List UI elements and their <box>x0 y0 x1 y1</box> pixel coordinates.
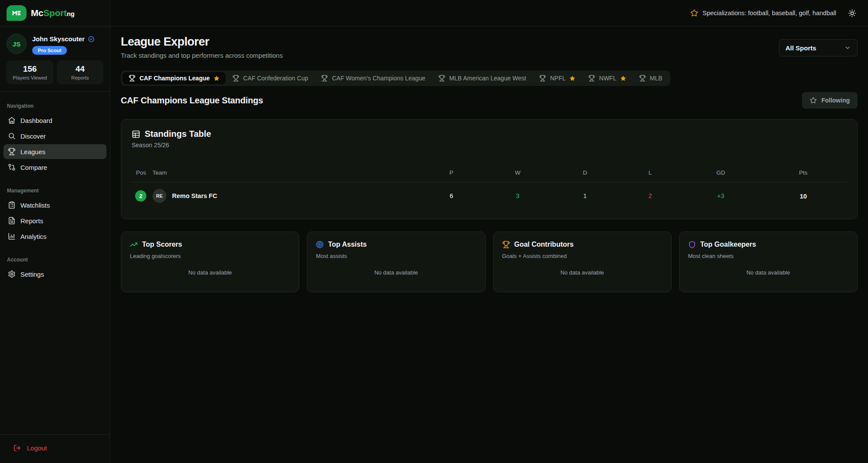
bar-chart-icon <box>8 232 16 240</box>
page-title: League Explorer <box>121 35 283 48</box>
tab-label: MLB <box>650 75 663 82</box>
clipboard-icon <box>8 201 16 209</box>
sidebar-item-reports[interactable]: Reports <box>3 213 106 228</box>
tab-label: NWFL <box>599 75 616 82</box>
column-header-l: L <box>619 169 682 176</box>
trending-up-icon <box>130 241 138 248</box>
empty-state: No data available <box>130 269 290 276</box>
stat-l: 2 <box>619 192 682 199</box>
sidebar-item-label: Reports <box>20 217 43 225</box>
sidebar-item-label: Dashboard <box>20 117 52 124</box>
sport-filter-value: All Sports <box>785 44 816 52</box>
sidebar-item-watchlists[interactable]: Watchlists <box>3 198 106 212</box>
column-header-w: W <box>484 169 551 176</box>
performer-grid: Top ScorersLeading goalscorersNo data av… <box>121 232 858 292</box>
trophy-icon <box>232 75 239 82</box>
star-icon <box>690 9 698 17</box>
card-subtitle: Goals + Assists combined <box>502 253 663 259</box>
nav-section-management: ManagementWatchlistsReportsAnalytics <box>0 188 110 244</box>
sidebar: McSportng JS John Skyscouter Pro Scout 1… <box>0 0 110 463</box>
following-button[interactable]: Following <box>802 92 858 109</box>
card-subtitle: Most assists <box>316 253 476 259</box>
ms-monogram-icon <box>10 7 23 19</box>
sidebar-item-dashboard[interactable]: Dashboard <box>3 113 106 128</box>
page-subtitle: Track standings and top performers acros… <box>121 52 283 59</box>
logout-button[interactable]: Logout <box>7 442 103 454</box>
home-icon <box>8 116 16 124</box>
column-header-team: Team <box>152 169 419 176</box>
star-icon <box>810 97 817 104</box>
pos-cell: 2 <box>132 190 152 202</box>
stat-p: 6 <box>419 192 484 199</box>
sidebar-item-leagues[interactable]: Leagues <box>3 144 106 159</box>
stat-pts: 10 <box>760 192 847 200</box>
tab-caf-champions-league[interactable]: CAF Champions League <box>123 72 225 84</box>
following-label: Following <box>822 97 850 104</box>
tab-label: CAF Women's Champions League <box>332 75 425 82</box>
compare-icon <box>8 163 16 171</box>
target-icon <box>316 241 324 248</box>
table-row[interactable]: 2RERemo Stars FC6312+310 <box>132 182 847 209</box>
tab-label: MLB American League West <box>449 75 526 82</box>
tab-npfl[interactable]: NPFL <box>533 72 581 84</box>
column-header-gd: GD <box>682 169 760 176</box>
trophy-icon <box>321 75 328 82</box>
card-header: Top Scorers <box>130 241 290 248</box>
sidebar-item-analytics[interactable]: Analytics <box>3 229 106 244</box>
brand-logo-icon <box>7 5 27 21</box>
table-icon <box>132 130 140 139</box>
nav-section-label: Navigation <box>7 103 103 109</box>
empty-state: No data available <box>688 269 848 276</box>
shield-icon <box>688 241 696 248</box>
sun-icon[interactable] <box>848 9 856 17</box>
star-icon <box>570 76 575 81</box>
card-title: Top Scorers <box>142 241 182 248</box>
season-label: Season 25/26 <box>132 142 847 149</box>
trophy-icon <box>588 75 595 82</box>
badge-check-icon <box>88 36 95 43</box>
sidebar-item-compare[interactable]: Compare <box>3 160 106 175</box>
user-name: John Skyscouter <box>32 35 85 43</box>
sidebar-item-settings[interactable]: Settings <box>3 267 106 281</box>
sidebar-item-label: Discover <box>20 132 46 140</box>
sidebar-item-label: Leagues <box>20 148 46 155</box>
tab-label: CAF Champions League <box>139 75 210 82</box>
gear-icon <box>8 270 16 278</box>
card-title: Top Goalkeepers <box>700 241 756 248</box>
star-icon <box>214 76 219 81</box>
tab-mlb-american-league-west[interactable]: MLB American League West <box>432 72 532 84</box>
trophy-icon <box>502 241 510 248</box>
specializations-text: Specializations: football, baseball, gol… <box>702 10 836 17</box>
topbar: Specializations: football, baseball, gol… <box>110 0 868 26</box>
card-header: Goal Contributors <box>502 241 663 248</box>
card-header: Top Goalkeepers <box>688 241 848 248</box>
search-icon <box>8 132 16 140</box>
trophy-icon <box>129 75 136 82</box>
tab-mlb[interactable]: MLB <box>633 72 669 84</box>
tab-caf-confederation-cup[interactable]: CAF Confederation Cup <box>226 72 314 84</box>
file-icon <box>8 217 16 225</box>
team-name: Remo Stars FC <box>172 192 217 199</box>
stat-value: 44 <box>59 64 102 74</box>
standings-rows: 2RERemo Stars FC6312+310 <box>132 182 847 209</box>
stat-d: 1 <box>551 192 619 199</box>
stat-label: Players Viewed <box>8 75 52 80</box>
stat-value: 156 <box>8 64 52 74</box>
trophy-icon <box>639 75 646 82</box>
card-title: Top Assists <box>328 241 367 248</box>
sport-filter-select[interactable]: All Sports <box>779 39 858 56</box>
avatar: JS <box>7 34 27 54</box>
brand-sport: Sport <box>43 8 67 18</box>
star-icon <box>620 76 626 81</box>
sidebar-item-label: Compare <box>20 164 47 171</box>
stat-w: 3 <box>484 192 551 199</box>
tab-caf-women-s-champions-league[interactable]: CAF Women's Champions League <box>315 72 431 84</box>
standings-card: Standings Table Season 25/26 PosTeamPWDL… <box>121 119 858 219</box>
tab-nwfl[interactable]: NWFL <box>582 72 632 84</box>
empty-state: No data available <box>316 269 476 276</box>
user-profile: JS John Skyscouter Pro Scout 156Players … <box>0 26 110 92</box>
card-subtitle: Leading goalscorers <box>130 253 290 259</box>
trophy-icon <box>8 148 16 155</box>
nav-section-label: Management <box>7 188 103 194</box>
sidebar-item-discover[interactable]: Discover <box>3 129 106 143</box>
